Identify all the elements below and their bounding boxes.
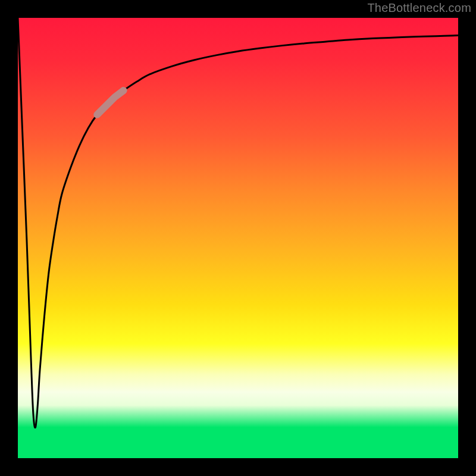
curve-svg bbox=[18, 18, 458, 458]
plot-area bbox=[18, 18, 458, 458]
watermark-text: TheBottleneck.com bbox=[367, 1, 471, 15]
bottleneck-curve-path bbox=[18, 18, 458, 428]
curve-highlight-segment bbox=[97, 90, 123, 115]
chart-frame: TheBottleneck.com bbox=[0, 0, 476, 476]
